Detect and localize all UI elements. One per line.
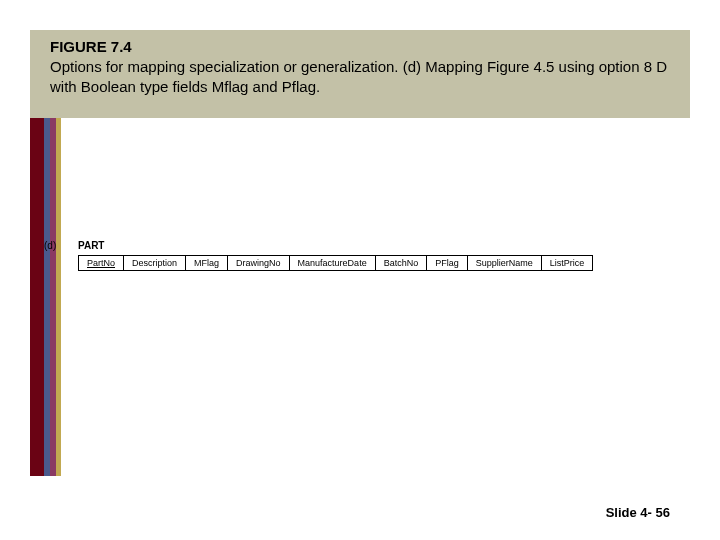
relation-name: PART: [78, 240, 104, 251]
figure-number: FIGURE 7.4: [50, 38, 670, 55]
figure-caption: Options for mapping specialization or ge…: [50, 57, 670, 96]
column-batchno: BatchNo: [375, 256, 427, 271]
figure-header: FIGURE 7.4 Options for mapping specializ…: [30, 30, 690, 118]
column-drawingno: DrawingNo: [228, 256, 290, 271]
relation-schema-table: PartNo Description MFlag DrawingNo Manuf…: [78, 255, 593, 271]
table-row: PartNo Description MFlag DrawingNo Manuf…: [79, 256, 593, 271]
decorative-stripes: [30, 118, 61, 476]
column-suppliername: SupplierName: [467, 256, 541, 271]
subfigure-label: (d): [44, 240, 78, 251]
column-description: Description: [124, 256, 186, 271]
column-manufacturedate: ManufactureDate: [289, 256, 375, 271]
subfigure-content: (d) PART PartNo Description MFlag Drawin…: [44, 240, 690, 271]
slide-number: Slide 4- 56: [606, 505, 670, 520]
subfigure-title-row: (d) PART: [44, 240, 690, 251]
stripe-gold: [56, 118, 61, 476]
column-listprice: ListPrice: [541, 256, 593, 271]
column-mflag: MFlag: [186, 256, 228, 271]
stripe-maroon: [30, 118, 44, 476]
column-partno: PartNo: [79, 256, 124, 271]
column-pflag: PFlag: [427, 256, 468, 271]
